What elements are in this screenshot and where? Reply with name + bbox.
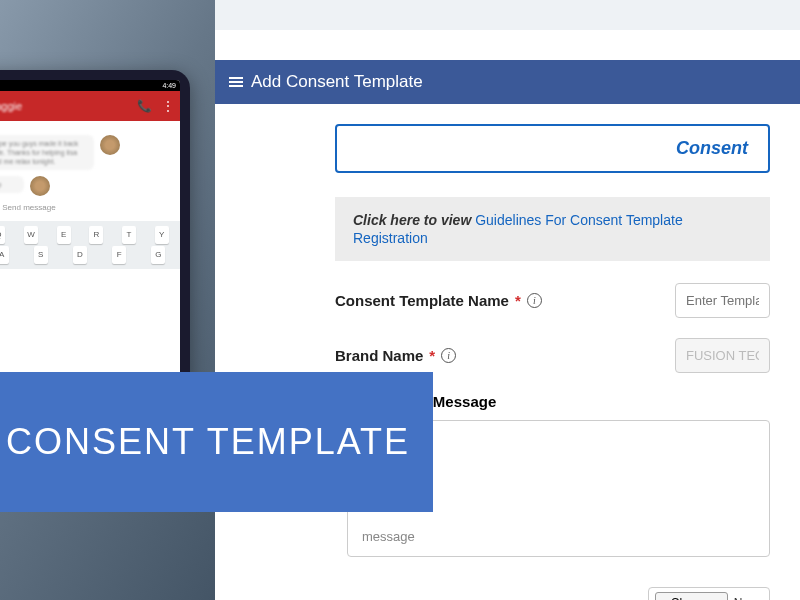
chat-message: yup — [0, 176, 24, 193]
overlay-banner: CONSENT TEMPLATE — [0, 372, 433, 512]
more-icon: ⋮ — [162, 99, 174, 113]
file-status: No file — [734, 596, 763, 600]
tab-consent[interactable]: Consent — [335, 124, 770, 173]
guidelines-link[interactable]: Click here to view Guidelines For Consen… — [335, 197, 770, 261]
avatar — [100, 135, 120, 155]
send-placeholder: Send message — [2, 203, 172, 212]
choose-file-button[interactable]: Choose File — [655, 592, 728, 600]
phone-chat-title: Maggie — [0, 100, 22, 112]
brand-name-label: Brand Name * i — [335, 347, 675, 364]
brand-name-input — [675, 338, 770, 373]
template-name-input[interactable] — [675, 283, 770, 318]
info-icon[interactable]: i — [441, 348, 456, 363]
panel-header: Add Consent Template — [215, 60, 800, 104]
keyboard: QWERTY ASDFG — [0, 221, 180, 269]
panel-title: Add Consent Template — [251, 72, 423, 92]
info-icon[interactable]: i — [527, 293, 542, 308]
template-name-label: Consent Template Name* i — [335, 292, 675, 309]
chat-message: Hope you guys made it back safe. Thanks … — [0, 135, 94, 170]
avatar — [30, 176, 50, 196]
overlay-text: CONSENT TEMPLATE — [6, 421, 410, 463]
menu-icon[interactable] — [229, 75, 243, 89]
guidelines-prefix: Click here to view — [353, 212, 471, 228]
phone-app-header: Maggie 📞 ⋮ — [0, 91, 180, 121]
call-icon: 📞 — [137, 99, 152, 113]
tab-label: Consent — [676, 138, 748, 158]
phone-status-bar: 4:49 — [0, 80, 180, 91]
message-placeholder: message — [362, 529, 755, 544]
